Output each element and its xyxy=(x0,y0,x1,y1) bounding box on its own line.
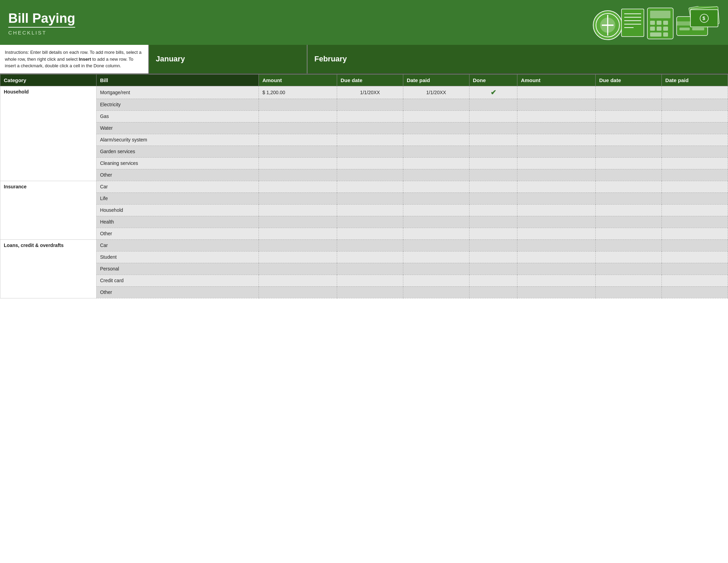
td-duedate-feb[interactable] xyxy=(596,110,662,122)
td-bill[interactable]: Student xyxy=(97,251,259,263)
table-row[interactable]: Alarm/security system xyxy=(0,134,728,146)
td-amount-feb[interactable] xyxy=(517,157,596,169)
td-duedate-jan[interactable] xyxy=(337,239,403,251)
table-row[interactable]: Life xyxy=(0,192,728,204)
td-amount-jan[interactable] xyxy=(259,275,337,286)
td-datepaid-jan[interactable] xyxy=(403,192,469,204)
td-duedate-feb[interactable] xyxy=(596,99,662,110)
td-duedate-jan[interactable] xyxy=(337,146,403,157)
td-datepaid-feb[interactable] xyxy=(662,122,728,134)
td-amount-feb[interactable] xyxy=(517,286,596,298)
td-amount-feb[interactable] xyxy=(517,263,596,275)
td-datepaid-jan[interactable] xyxy=(403,122,469,134)
table-row[interactable]: Water xyxy=(0,122,728,134)
td-amount-jan[interactable] xyxy=(259,192,337,204)
td-done-jan[interactable] xyxy=(469,134,517,146)
table-row[interactable]: Student xyxy=(0,251,728,263)
td-category-0[interactable]: Household xyxy=(0,86,97,181)
td-done-jan[interactable] xyxy=(469,192,517,204)
td-datepaid-jan[interactable] xyxy=(403,228,469,239)
td-duedate-jan[interactable] xyxy=(337,122,403,134)
td-amount-feb[interactable] xyxy=(517,122,596,134)
td-duedate-feb[interactable] xyxy=(596,192,662,204)
table-row[interactable]: Personal xyxy=(0,263,728,275)
td-duedate-feb[interactable] xyxy=(596,228,662,239)
td-duedate-jan[interactable] xyxy=(337,275,403,286)
td-bill[interactable]: Cleaning services xyxy=(97,157,259,169)
td-done-jan[interactable] xyxy=(469,204,517,216)
td-done-jan[interactable] xyxy=(469,110,517,122)
td-bill[interactable]: Life xyxy=(97,192,259,204)
td-duedate-jan[interactable] xyxy=(337,181,403,192)
td-amount-jan[interactable] xyxy=(259,251,337,263)
td-bill[interactable]: Car xyxy=(97,239,259,251)
td-amount-feb[interactable] xyxy=(517,216,596,228)
td-amount-feb[interactable] xyxy=(517,275,596,286)
td-duedate-feb[interactable] xyxy=(596,239,662,251)
td-datepaid-feb[interactable] xyxy=(662,169,728,181)
td-bill[interactable]: Garden services xyxy=(97,146,259,157)
td-amount-jan[interactable]: $ 1,200.00 xyxy=(259,86,337,99)
td-amount-feb[interactable] xyxy=(517,99,596,110)
td-datepaid-jan[interactable] xyxy=(403,146,469,157)
td-amount-jan[interactable] xyxy=(259,263,337,275)
td-done-jan[interactable] xyxy=(469,239,517,251)
td-amount-jan[interactable] xyxy=(259,239,337,251)
td-duedate-jan[interactable]: 1/1/20XX xyxy=(337,86,403,99)
td-duedate-feb[interactable] xyxy=(596,275,662,286)
td-amount-feb[interactable] xyxy=(517,134,596,146)
td-datepaid-jan[interactable] xyxy=(403,239,469,251)
td-datepaid-jan[interactable] xyxy=(403,99,469,110)
td-done-jan[interactable] xyxy=(469,286,517,298)
td-amount-jan[interactable] xyxy=(259,110,337,122)
td-bill[interactable]: Electricity xyxy=(97,99,259,110)
td-amount-jan[interactable] xyxy=(259,146,337,157)
td-amount-jan[interactable] xyxy=(259,204,337,216)
td-bill[interactable]: Other xyxy=(97,286,259,298)
table-row[interactable]: Household xyxy=(0,204,728,216)
td-done-jan[interactable] xyxy=(469,251,517,263)
td-amount-feb[interactable] xyxy=(517,228,596,239)
td-duedate-feb[interactable] xyxy=(596,204,662,216)
td-amount-jan[interactable] xyxy=(259,286,337,298)
td-amount-jan[interactable] xyxy=(259,157,337,169)
td-amount-jan[interactable] xyxy=(259,122,337,134)
td-datepaid-feb[interactable] xyxy=(662,228,728,239)
td-duedate-feb[interactable] xyxy=(596,86,662,99)
td-datepaid-feb[interactable] xyxy=(662,286,728,298)
td-bill[interactable]: Car xyxy=(97,181,259,192)
td-bill[interactable]: Other xyxy=(97,228,259,239)
td-datepaid-feb[interactable] xyxy=(662,275,728,286)
td-done-jan[interactable] xyxy=(469,99,517,110)
td-bill[interactable]: Water xyxy=(97,122,259,134)
table-row[interactable]: Gas xyxy=(0,110,728,122)
td-duedate-jan[interactable] xyxy=(337,110,403,122)
td-duedate-jan[interactable] xyxy=(337,157,403,169)
td-datepaid-feb[interactable] xyxy=(662,146,728,157)
td-amount-jan[interactable] xyxy=(259,228,337,239)
td-duedate-jan[interactable] xyxy=(337,134,403,146)
td-duedate-feb[interactable] xyxy=(596,157,662,169)
table-row[interactable]: Other xyxy=(0,169,728,181)
table-row[interactable]: InsuranceCar xyxy=(0,181,728,192)
td-datepaid-feb[interactable] xyxy=(662,99,728,110)
td-duedate-feb[interactable] xyxy=(596,286,662,298)
table-row[interactable]: Credit card xyxy=(0,275,728,286)
td-amount-jan[interactable] xyxy=(259,134,337,146)
td-duedate-feb[interactable] xyxy=(596,181,662,192)
td-datepaid-feb[interactable] xyxy=(662,181,728,192)
td-datepaid-feb[interactable] xyxy=(662,192,728,204)
td-amount-jan[interactable] xyxy=(259,181,337,192)
td-bill[interactable]: Gas xyxy=(97,110,259,122)
td-datepaid-feb[interactable] xyxy=(662,134,728,146)
td-datepaid-jan[interactable]: 1/1/20XX xyxy=(403,86,469,99)
td-amount-feb[interactable] xyxy=(517,110,596,122)
td-bill[interactable]: Alarm/security system xyxy=(97,134,259,146)
table-row[interactable]: HouseholdMortgage/rent$ 1,200.001/1/20XX… xyxy=(0,86,728,99)
table-row[interactable]: Garden services xyxy=(0,146,728,157)
td-done-jan[interactable] xyxy=(469,181,517,192)
td-duedate-feb[interactable] xyxy=(596,216,662,228)
table-row[interactable]: Health xyxy=(0,216,728,228)
td-datepaid-feb[interactable] xyxy=(662,239,728,251)
td-datepaid-jan[interactable] xyxy=(403,157,469,169)
